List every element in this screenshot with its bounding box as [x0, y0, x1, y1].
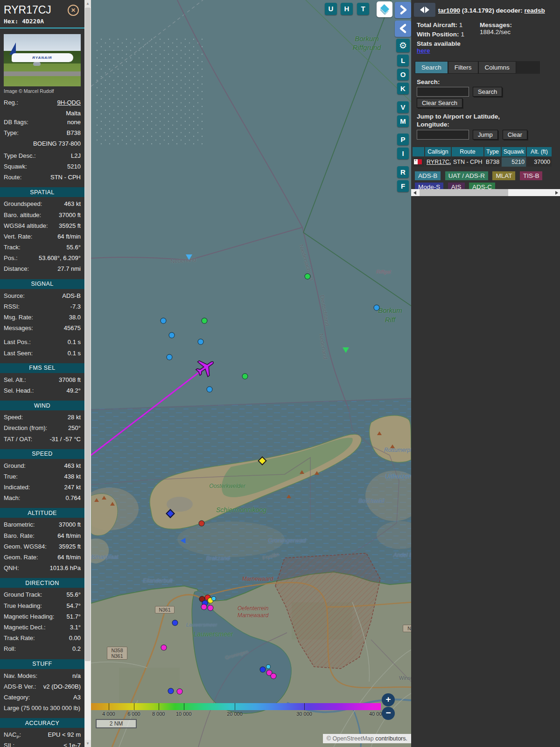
- cell-callsign[interactable]: RYR17CJ: [425, 157, 451, 167]
- map-marker[interactable]: [305, 274, 311, 280]
- map-marker[interactable]: [202, 318, 208, 324]
- panel-expand-button[interactable]: [395, 2, 411, 18]
- section-header-direction: DIRECTION: [0, 578, 84, 588]
- col-header-route[interactable]: Route: [452, 147, 483, 156]
- data-row: Reg.: 9H-QDG: [0, 99, 84, 109]
- search-button[interactable]: Search: [473, 87, 502, 97]
- map-button-r[interactable]: R: [397, 166, 409, 178]
- map-marker[interactable]: [242, 374, 248, 380]
- map-button-l[interactable]: L: [397, 55, 409, 66]
- zoom-out-button[interactable]: −: [382, 707, 395, 720]
- data-row: RSSI:-7.3: [0, 303, 84, 313]
- zoom-in-button[interactable]: +: [382, 693, 395, 706]
- map-marker[interactable]: [198, 339, 204, 345]
- panel-collapse-button[interactable]: [395, 21, 411, 37]
- map-marker[interactable]: [181, 538, 186, 543]
- map-marker[interactable]: [211, 596, 216, 601]
- col-header-squawk[interactable]: Squawk: [502, 147, 526, 156]
- scroll-up-icon[interactable]: ▲: [84, 0, 91, 7]
- map-marker[interactable]: [110, 502, 115, 506]
- app-link[interactable]: tar1090: [438, 7, 460, 14]
- map-button-t[interactable]: T: [357, 3, 369, 15]
- map-marker[interactable]: [161, 318, 167, 324]
- data-row: Direction (from):250°: [0, 424, 84, 435]
- map-button-f[interactable]: F: [397, 180, 409, 192]
- map-marker[interactable]: [199, 521, 205, 527]
- badge-uat-adsr[interactable]: UAT / ADS-R: [445, 171, 488, 180]
- map-marker[interactable]: [168, 688, 174, 694]
- map-marker[interactable]: [390, 444, 395, 448]
- map-button-v[interactable]: V: [397, 101, 409, 113]
- map-marker[interactable]: [201, 604, 207, 610]
- map-marker[interactable]: [315, 471, 319, 475]
- map-marker[interactable]: [172, 620, 178, 626]
- col-header-flag[interactable]: [413, 147, 424, 156]
- data-row: Route: STN - CPH: [0, 173, 84, 184]
- scroll-left-icon[interactable]: [413, 191, 416, 195]
- jump-clear-button[interactable]: Clear: [503, 130, 527, 140]
- map-button-p[interactable]: P: [397, 134, 409, 145]
- badge-mlat[interactable]: MLAT: [492, 171, 515, 180]
- aircraft-photo[interactable]: RYANAIR: [4, 34, 81, 86]
- map-marker[interactable]: [260, 667, 266, 673]
- search-section: Search: Search Clear Search Jump to Airp…: [411, 74, 560, 140]
- hscrollbar-thumb[interactable]: [420, 189, 508, 196]
- col-header-alt[interactable]: Alt. (ft): [527, 147, 552, 156]
- data-row: Baro. Rate:64 ft/min: [0, 532, 84, 543]
- map-marker[interactable]: [271, 673, 277, 679]
- data-row: TAT / OAT:-31 / -57 °C: [0, 435, 84, 446]
- hex-label: Hex:: [4, 18, 18, 25]
- panel-horizontal-scrollbar[interactable]: [411, 189, 560, 196]
- map-button-i[interactable]: I: [397, 148, 409, 159]
- badge-adsb[interactable]: ADS-B: [415, 171, 441, 180]
- col-header-callsign[interactable]: Callsign: [425, 147, 451, 156]
- jump-input[interactable]: [417, 130, 469, 140]
- map-button-h[interactable]: H: [341, 3, 353, 15]
- sidebar-scrollbar[interactable]: ▲ ▼: [84, 0, 91, 747]
- tab-filters[interactable]: Filters: [448, 61, 478, 74]
- osm-link[interactable]: © OpenStreetMap: [327, 735, 374, 742]
- layers-button[interactable]: [377, 1, 392, 17]
- data-row: Type: B738: [0, 129, 84, 140]
- map-marker[interactable]: [167, 354, 173, 360]
- map-marker[interactable]: [207, 387, 213, 393]
- tab-search[interactable]: Search: [415, 61, 448, 74]
- data-row: DB flags: none: [0, 118, 84, 129]
- stats-block: Total Aircraft: 1 With Position: 1 Stats…: [411, 18, 560, 56]
- map-marker[interactable]: [177, 689, 183, 695]
- badge-tisb[interactable]: TIS-B: [520, 171, 543, 180]
- data-row: Large (75 000 to 300 000 lb): [0, 704, 84, 715]
- colorbar-tick-label: 30 000: [296, 711, 312, 717]
- map-marker[interactable]: [266, 664, 271, 669]
- tab-columns[interactable]: Columns: [478, 61, 516, 74]
- stats-here-link[interactable]: here: [417, 47, 430, 54]
- map[interactable]: Borkum Riffgrund Nederland Niedersachsen…: [91, 0, 411, 747]
- map-marker[interactable]: [208, 605, 214, 611]
- scroll-right-icon[interactable]: [555, 191, 558, 195]
- map-marker[interactable]: [102, 496, 106, 500]
- jump-button[interactable]: Jump: [473, 130, 498, 140]
- close-icon[interactable]: ✕: [68, 5, 79, 16]
- colorbar-tick: 30 000: [304, 703, 305, 710]
- map-marker[interactable]: [343, 347, 349, 353]
- map-button-o[interactable]: O: [397, 69, 409, 80]
- map-button-m[interactable]: M: [397, 115, 409, 127]
- clear-search-button[interactable]: Clear Search: [417, 98, 462, 108]
- panel-toggle-button[interactable]: [414, 3, 435, 17]
- map-marker[interactable]: [300, 470, 304, 474]
- settings-button[interactable]: ⚙: [396, 39, 410, 52]
- map-marker[interactable]: [94, 498, 99, 502]
- map-marker[interactable]: [186, 254, 192, 260]
- decoder-link[interactable]: readsb: [524, 7, 545, 14]
- map-marker[interactable]: [374, 305, 380, 311]
- map-marker[interactable]: [169, 332, 175, 338]
- scrollbar-thumb[interactable]: [85, 7, 91, 661]
- search-input[interactable]: [417, 87, 469, 97]
- map-button-u[interactable]: U: [325, 3, 337, 15]
- map-marker[interactable]: [287, 494, 291, 498]
- map-marker[interactable]: [377, 431, 382, 435]
- col-header-type[interactable]: Type: [484, 147, 501, 156]
- map-marker[interactable]: [161, 645, 167, 651]
- scroll-down-icon[interactable]: ▼: [84, 740, 91, 747]
- map-button-k[interactable]: K: [397, 83, 409, 94]
